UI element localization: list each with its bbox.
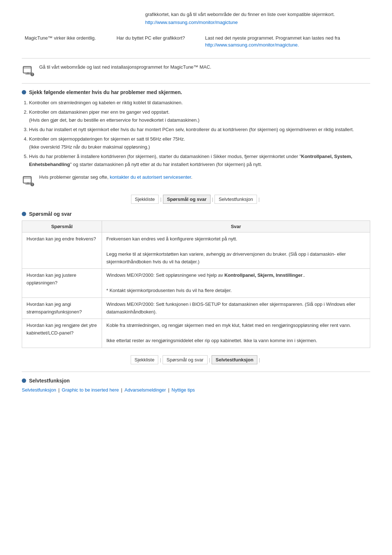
bottom-sep-2: |: [121, 387, 122, 393]
qa-col-q-header: Spørsmål: [22, 221, 102, 232]
nav-sep-5: |: [208, 357, 212, 362]
nav-sep-2: |: [211, 197, 215, 202]
divider-1: [22, 58, 370, 58]
qa-a-4: Koble fra strømledningen, og rengjør skj…: [102, 319, 370, 348]
nav-sep-3: |: [257, 197, 261, 202]
qa-a-2: Windows ME/XP/2000: Sett oppløsningene v…: [102, 269, 370, 297]
qa-row-4: Hvordan kan jeg rengjøre det ytre kabine…: [22, 319, 370, 348]
qa-row-3: Hvordan kan jeg angi strømsparingsfunksj…: [22, 297, 370, 319]
top-right-column: grafikkortet, kan du gå til vårt webområ…: [145, 11, 370, 25]
list-item-1: Kontroller om strømledningen og kabelen …: [29, 99, 370, 107]
bottom-link-graphic[interactable]: Graphic to be inserted here: [62, 387, 119, 393]
qa-a-1: Frekvensen kan endres ved å konfigurere …: [102, 232, 370, 269]
divider-2: [22, 83, 370, 84]
qa-row-2: Hvordan kan jeg justere oppløsningen? Wi…: [22, 269, 370, 297]
list-item-3: Hvis du har installert et nytt skjermkor…: [29, 126, 370, 134]
svg-rect-0: [23, 66, 31, 73]
svg-rect-3: [25, 74, 30, 74]
bottom-link-nyttige[interactable]: Nyttige tips: [172, 387, 195, 393]
section1-title-row: Sjekk følgende elementer hvis du har pro…: [22, 89, 370, 95]
section3-title: Selvtestfunksjon: [29, 378, 70, 384]
nav-sep-6: |: [257, 357, 261, 362]
bottom-sep-1: |: [58, 387, 60, 393]
svg-rect-2: [27, 72, 29, 74]
list-item-5: Hvis du har problemer å installere kortd…: [29, 153, 370, 169]
qa-row-1: Hvordan kan jeg endre frekvens? Frekvens…: [22, 232, 370, 269]
qa-header-row: Spørsmål Svar: [22, 221, 370, 232]
svg-point-6: [32, 75, 32, 75]
top-link2[interactable]: http://www.samsung.com/monitor/magictune…: [205, 42, 299, 48]
tab-sporsmal-1[interactable]: Spørsmål og svar: [163, 195, 211, 204]
top-left-column: [22, 11, 145, 25]
bullet-icon-3: [22, 378, 26, 383]
note2-link[interactable]: kontakter du et autorisert servicesenter: [110, 174, 191, 180]
table-row: MagicTune™ virker ikke ordentlig. Har du…: [22, 32, 370, 51]
table-col3: Last ned det nyeste programmet. Programm…: [202, 32, 370, 51]
bottom-links: Selvtestfunksjon | Graphic to be inserte…: [22, 387, 370, 393]
qa-q-4: Hvordan kan jeg rengjøre det ytre kabine…: [22, 319, 102, 348]
note-icon-1: [22, 64, 35, 77]
qa-col-a-header: Svar: [102, 221, 370, 232]
bottom-link-advarsels[interactable]: Advarselsmeldinger: [124, 387, 166, 393]
note-icon-2: [22, 174, 35, 187]
note-row-1: Gå til vårt webområde og last ned instal…: [22, 64, 370, 77]
nav-sep-4: |: [158, 357, 162, 362]
svg-point-13: [32, 185, 32, 186]
list-item-2: Kontroller om datamaskinen piper mer enn…: [29, 108, 370, 124]
tab-selvtest-1[interactable]: Selvtestfunksjon: [215, 195, 257, 204]
nav-tabs-2: Sjekkliste | Spørsmål og svar | Selvtest…: [22, 355, 370, 364]
table-col2: Har du byttet PC eller grafikkort?: [114, 32, 202, 51]
note-row-2: Hvis problemer gjenstar seg ofte, kontak…: [22, 174, 370, 187]
tab-selvtest-2[interactable]: Selvtestfunksjon: [212, 355, 257, 364]
svg-rect-7: [23, 177, 31, 183]
qa-a-3: Windows ME/XP/2000: Sett funksjonen i BI…: [102, 297, 370, 319]
top-link1[interactable]: http://www.samsung.com/monitor/magictune: [145, 20, 238, 25]
bottom-link-selvtest[interactable]: Selvtestfunksjon: [22, 387, 56, 393]
top-section: grafikkortet, kan du gå til vårt webområ…: [22, 11, 370, 25]
svg-rect-10: [25, 184, 30, 185]
note-text-1: Gå til vårt webområde og last ned instal…: [39, 64, 211, 70]
tab-sporsmal-2[interactable]: Spørsmål og svar: [163, 355, 208, 364]
qa-q-2: Hvordan kan jeg justere oppløsningen?: [22, 269, 102, 297]
bullet-icon-1: [22, 90, 26, 94]
section3-title-row: Selvtestfunksjon: [22, 378, 370, 384]
section2-title-row: Spørsmål og svar: [22, 211, 370, 217]
top-table: MagicTune™ virker ikke ordentlig. Har du…: [22, 32, 370, 51]
bottom-sep-3: |: [168, 387, 169, 393]
qa-table: Spørsmål Svar Hvordan kan jeg endre frek…: [22, 220, 370, 348]
qa-q-1: Hvordan kan jeg endre frekvens?: [22, 232, 102, 269]
qa-q-3: Hvordan kan jeg angi strømsparingsfunksj…: [22, 297, 102, 319]
svg-rect-9: [27, 182, 29, 184]
tab-sjekkliste-2[interactable]: Sjekkliste: [131, 355, 159, 364]
section1-list: Kontroller om strømledningen og kabelen …: [22, 99, 370, 169]
nav-tabs-1: Sjekkliste | Spørsmål og svar | Selvtest…: [22, 195, 370, 204]
note-text-2: Hvis problemer gjenstar seg ofte, kontak…: [39, 174, 192, 180]
list-item-4: Kontroller om skjermoppdateringen for sk…: [29, 135, 370, 151]
tab-sjekkliste-1[interactable]: Sjekkliste: [131, 195, 159, 204]
divider-3: [22, 372, 370, 372]
table-col1: MagicTune™ virker ikke ordentlig.: [22, 32, 114, 51]
top-right-para1: grafikkortet, kan du gå til vårt webområ…: [145, 11, 370, 18]
section1-title: Sjekk følgende elementer hvis du har pro…: [29, 89, 182, 95]
section2-title: Spørsmål og svar: [29, 211, 72, 217]
nav-sep-1: |: [159, 197, 163, 202]
bullet-icon-2: [22, 212, 26, 216]
